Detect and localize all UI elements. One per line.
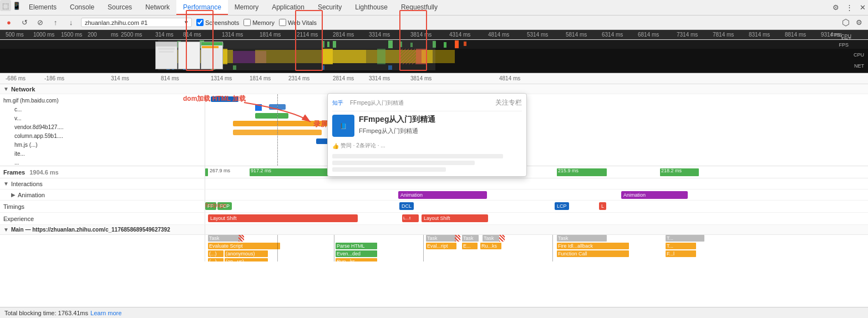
popup-action[interactable]: 关注专栏 <box>495 98 522 107</box>
popup-stat: 👍 赞同 · 2条评论 · ... <box>332 142 385 150</box>
memory-checkbox[interactable]: Memory <box>243 19 275 26</box>
network-item: vendor.8d94b127.... <box>14 123 201 132</box>
runks-bar[interactable]: Run...ks <box>336 258 377 261</box>
task-bar[interactable]: T... <box>666 235 704 242</box>
screenshots-checkbox[interactable]: Screenshots <box>196 19 239 26</box>
anim-toggle[interactable]: ▶ <box>11 192 16 198</box>
eval-script-bar[interactable]: Eval...ript <box>426 243 456 249</box>
task-bar[interactable]: Task <box>483 235 499 242</box>
task-bar[interactable]: Task <box>462 235 479 242</box>
function-call-bar[interactable]: Function Call <box>557 250 629 257</box>
ruks-bar[interactable]: Ru...ks <box>480 243 501 249</box>
frames-bars: 267.9 ms 917.2 ms 304.7 ms 262.1 ms 196.… <box>205 166 868 178</box>
download-btn[interactable]: ↓ <box>65 17 77 28</box>
experience-label: Experience <box>0 213 205 224</box>
interactions-header[interactable]: ▼ Interactions <box>0 178 868 189</box>
e-bar[interactable]: E... <box>462 243 478 249</box>
ffmpeg-tab[interactable]: FFmpeg从入门到精通 <box>350 99 404 107</box>
anon2-bar[interactable]: (...) <box>208 258 224 261</box>
learn-more-link[interactable]: Learn more <box>90 310 121 316</box>
tab-bar: ⬚ 📱 Elements Console Sources Network Per… <box>0 0 868 16</box>
overview-area[interactable]: FPS CPU NET <box>0 40 868 73</box>
task-bar[interactable]: Task <box>208 235 241 242</box>
clear-btn[interactable]: ⊘ <box>34 17 45 28</box>
dcl-badge[interactable]: DCL <box>399 202 414 210</box>
main-section: ▼ Main — https://zhuanlan.zhihu.com/c_11… <box>0 225 868 261</box>
experience-bars: Layout Shift L...t Layout Shift <box>205 213 868 225</box>
network-item: v... <box>14 114 201 123</box>
task-bar[interactable]: Task <box>557 235 607 242</box>
annotation-dom: dom加载 HTML 加载 <box>183 94 246 104</box>
main-label: ▼ Main — https://zhuanlan.zhihu.com/c_11… <box>0 225 205 234</box>
blocking-time-text: Total blocking time: 1763.41ms <box>4 310 88 316</box>
parse-html-bar[interactable]: Parse HTML <box>336 243 377 249</box>
network-item: ... <box>14 158 201 166</box>
reload-btn[interactable]: ↺ <box>19 17 30 28</box>
anus-bar[interactable]: (an...us) <box>225 258 268 261</box>
tab-elements[interactable]: Elements <box>22 0 63 15</box>
url-bar: zhuanlan.zhihu.com #1 ▾ <box>81 18 192 27</box>
lcp-badge[interactable]: LCP <box>555 202 569 210</box>
even-ded-bar[interactable]: Even...ded <box>336 250 377 257</box>
popup-content: 📘 FFmpeg从入门到精通 FFmpeg从入门到精通 <box>332 115 522 139</box>
url-text: zhuanlan.zhihu.com #1 <box>85 19 148 26</box>
evaluate-script-bar[interactable]: Evaluate Script <box>208 243 280 249</box>
interactions-toggle[interactable]: ▼ <box>3 181 9 187</box>
layout-shift-1[interactable]: Layout Shift <box>208 214 358 222</box>
popup-desc: FFmpeg从入门到精通 <box>359 127 435 135</box>
timings-label: Timings <box>0 201 205 212</box>
status-bar: Total blocking time: 1763.41ms Learn mor… <box>0 307 868 318</box>
frames-label: Frames 1904.6 ms <box>0 166 205 178</box>
popup-title: FFmpeg从入门到精通 <box>359 115 435 125</box>
fristpage-label: fristpage <box>205 202 226 208</box>
tab-performance[interactable]: Performance <box>176 0 228 15</box>
layout-shift-2[interactable]: Layout Shift <box>422 214 488 222</box>
interactions-label: ▼ Interactions <box>0 178 205 189</box>
more-icon[interactable]: ⋮ <box>844 2 855 13</box>
tab-security[interactable]: Security <box>311 0 348 15</box>
anon-bar[interactable]: (...) <box>208 250 224 257</box>
fire-idle-bar[interactable]: Fire Idl...allback <box>557 243 629 249</box>
task-bar[interactable]: Task <box>426 235 456 242</box>
network-item: column.app.59b1.... <box>14 132 201 141</box>
popup-icon: 📘 <box>332 115 354 137</box>
network-item: ite... <box>14 150 201 158</box>
network-toggle-icon[interactable]: ▼ <box>3 86 9 92</box>
main-header[interactable]: ▼ Main — https://zhuanlan.zhihu.com/c_11… <box>0 225 868 235</box>
tab-requestfully[interactable]: Requestfully <box>394 0 444 15</box>
experience-row: Experience Layout Shift L...t Layout Shi… <box>0 213 868 225</box>
animation-row: ▶ Animation Animation Animation <box>0 189 868 201</box>
layout-shift-lt[interactable]: L...t <box>402 214 419 222</box>
tab-network[interactable]: Network <box>139 0 176 15</box>
devtools-window: ⬚ 📱 Elements Console Sources Network Per… <box>0 0 868 318</box>
main-toggle[interactable]: ▼ <box>3 227 9 233</box>
popup-header: 知乎 FFmpeg从入门到精通 关注专栏 <box>332 98 522 111</box>
record-btn[interactable]: ● <box>3 17 14 28</box>
device-icon[interactable]: 📱 <box>11 0 22 11</box>
perf-settings-btn[interactable]: ⚙ <box>854 17 865 28</box>
zhihu-tab[interactable]: 知乎 <box>332 99 343 107</box>
popup-stats: 👍 赞同 · 2条评论 · ... <box>332 142 522 150</box>
fl-bar[interactable]: F...l <box>666 250 696 257</box>
anonymous-bar[interactable]: (anonymous) <box>225 250 268 257</box>
upload-btn[interactable]: ↑ <box>50 17 61 28</box>
animation-bars: Animation Animation <box>205 189 868 201</box>
tab-application[interactable]: Application <box>265 0 311 15</box>
perf-capture-btn[interactable]: ⬡ <box>840 17 851 28</box>
popup-preview <box>332 154 522 172</box>
tab-lighthouse[interactable]: Lighthouse <box>348 0 394 15</box>
tab-memory[interactable]: Memory <box>228 0 265 15</box>
settings-icon[interactable]: ⚙ <box>830 2 841 13</box>
main-tasks-area: Task Task Task Task Task T... Evaluate S… <box>205 235 868 261</box>
interactions-section: ▼ Interactions ▶ Animation Animation <box>0 178 868 201</box>
inspect-icon[interactable]: ⬚ <box>0 0 11 11</box>
t-bar[interactable]: T... <box>666 243 696 249</box>
tab-sources[interactable]: Sources <box>101 0 139 15</box>
tab-console[interactable]: Console <box>63 0 101 15</box>
close-icon[interactable]: ✕ <box>857 2 868 13</box>
main-tasks-row: Task Task Task Task Task T... Evaluate S… <box>0 235 868 261</box>
webvitals-checkbox[interactable]: Web Vitals <box>279 19 317 26</box>
l-badge[interactable]: L <box>599 202 606 210</box>
network-label: Network <box>11 86 35 93</box>
popup-overlay[interactable]: 知乎 FFmpeg从入门到精通 关注专栏 📘 FFmpeg从入门到精通 FFmp… <box>327 93 527 177</box>
